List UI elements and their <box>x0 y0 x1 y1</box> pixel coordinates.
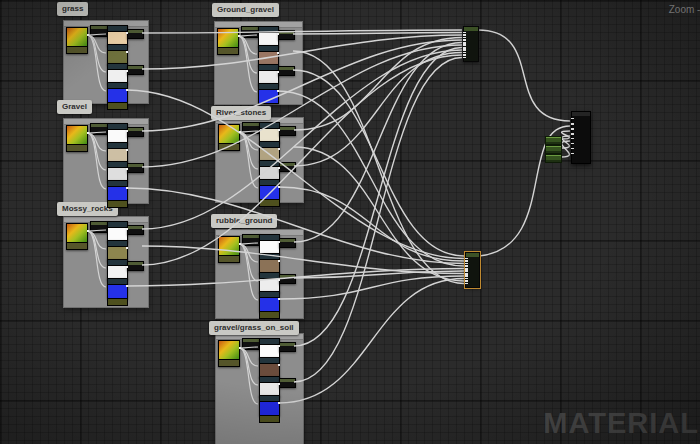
output-relay-node[interactable] <box>127 65 144 75</box>
texture-thumbnail <box>67 28 87 46</box>
node-header <box>464 27 478 31</box>
texture-cell-node[interactable] <box>259 338 280 359</box>
texture-cell-node[interactable] <box>258 64 279 85</box>
connection-wire <box>294 48 462 347</box>
node-header <box>128 128 143 131</box>
material-editor-canvas[interactable]: Zoom -5 MATERIAL grassGround_gravelGrave… <box>0 0 700 444</box>
output-pin <box>126 89 128 91</box>
output-relay-node[interactable] <box>279 342 296 352</box>
texture-sample-node[interactable] <box>218 236 240 263</box>
output-relay-node[interactable] <box>278 66 295 76</box>
texture-cell-node[interactable] <box>258 83 279 104</box>
material-output-node[interactable] <box>571 111 591 164</box>
texture-cell-node[interactable] <box>107 221 128 242</box>
texture-cell-node[interactable] <box>259 357 280 378</box>
input-pins <box>571 118 574 156</box>
node-header <box>91 26 108 29</box>
texture-cell-node[interactable] <box>258 45 279 66</box>
connection-wire <box>294 53 462 167</box>
node-header <box>128 262 143 265</box>
texture-cell-node[interactable] <box>259 395 280 416</box>
texture-cell-node[interactable] <box>107 180 128 201</box>
output-pin <box>278 402 280 404</box>
layer-param-node[interactable] <box>545 154 562 163</box>
blend-node-routerTop[interactable] <box>463 26 479 62</box>
texture-cell-node[interactable] <box>107 123 128 144</box>
comment-label-soil[interactable]: gravel/grass_on_soil <box>209 321 299 335</box>
texture-sample-node[interactable] <box>66 223 88 250</box>
texture-sample-node[interactable] <box>66 125 88 152</box>
comment-label-ground_gravel[interactable]: Ground_gravel <box>212 3 279 17</box>
node-header <box>243 235 260 238</box>
connection-wire <box>293 33 462 35</box>
node-header <box>280 163 295 166</box>
caption-strip-node <box>259 199 280 207</box>
comment-label-grass[interactable]: grass <box>57 2 88 16</box>
texture-cell-node[interactable] <box>259 253 280 274</box>
caption-strip-node <box>259 311 280 319</box>
texture-cell-node[interactable] <box>107 259 128 280</box>
layer-param-node[interactable] <box>545 136 562 145</box>
output-relay-node[interactable] <box>127 127 144 137</box>
texture-cell-node[interactable] <box>107 63 128 84</box>
comment-label-river_stones[interactable]: River_stones <box>211 106 271 120</box>
node-header <box>243 123 260 126</box>
texture-cell-node[interactable] <box>259 122 280 143</box>
output-pin <box>278 167 280 169</box>
connection-wire <box>294 271 464 278</box>
output-pin <box>126 149 128 151</box>
connection-wire <box>293 51 464 284</box>
node-header <box>128 30 143 33</box>
texture-cell-node[interactable] <box>107 142 128 163</box>
texture-cell-node[interactable] <box>107 82 128 103</box>
texture-thumbnail <box>219 237 239 255</box>
node-header <box>128 226 143 229</box>
layer-param-node[interactable] <box>545 145 562 154</box>
texture-swatch <box>260 402 279 415</box>
texture-cell-node[interactable] <box>258 26 279 47</box>
output-relay-node[interactable] <box>127 29 144 39</box>
texture-cell-node[interactable] <box>259 376 280 397</box>
output-relay-node[interactable] <box>279 274 296 284</box>
texture-cell-node[interactable] <box>259 179 280 200</box>
output-relay-node[interactable] <box>279 378 296 388</box>
texture-cell-node[interactable] <box>107 240 128 261</box>
texture-sample-node[interactable] <box>66 27 88 54</box>
node-header <box>280 127 295 130</box>
output-relay-node[interactable] <box>279 238 296 248</box>
texture-sample-node[interactable] <box>217 28 239 55</box>
connection-wire <box>561 141 570 157</box>
output-relay-node[interactable] <box>279 126 296 136</box>
connection-wire <box>478 30 570 121</box>
texture-cell-node[interactable] <box>107 161 128 182</box>
texture-caption <box>67 46 87 53</box>
texture-cell-node[interactable] <box>259 291 280 312</box>
output-pin <box>278 186 280 188</box>
node-header <box>280 379 295 382</box>
output-relay-node[interactable] <box>127 163 144 173</box>
texture-sample-node[interactable] <box>218 340 240 367</box>
comment-label-rubble_ground[interactable]: rubble_ground <box>211 214 277 228</box>
output-relay-node[interactable] <box>127 261 144 271</box>
output-pin <box>126 247 128 249</box>
zoom-level-indicator: Zoom -5 <box>669 4 700 15</box>
comment-label-gravel[interactable]: Gravel <box>57 100 92 114</box>
connection-wire <box>279 187 464 261</box>
output-relay-node[interactable] <box>279 162 296 172</box>
node-header <box>280 343 295 346</box>
output-pin <box>87 34 89 36</box>
texture-cell-node[interactable] <box>107 44 128 65</box>
texture-cell-node[interactable] <box>259 234 280 255</box>
texture-cell-node[interactable] <box>107 278 128 299</box>
output-relay-node[interactable] <box>278 30 295 40</box>
texture-cell-node[interactable] <box>107 25 128 46</box>
texture-cell-node[interactable] <box>259 160 280 181</box>
connection-wire <box>294 43 462 243</box>
output-relay-node[interactable] <box>127 225 144 235</box>
texture-cell-node[interactable] <box>259 272 280 293</box>
texture-cell-node[interactable] <box>259 141 280 162</box>
output-pin <box>126 168 128 170</box>
blend-node-routerBottom[interactable] <box>465 252 480 288</box>
texture-sample-node[interactable] <box>218 124 240 151</box>
connection-wire <box>293 70 464 256</box>
